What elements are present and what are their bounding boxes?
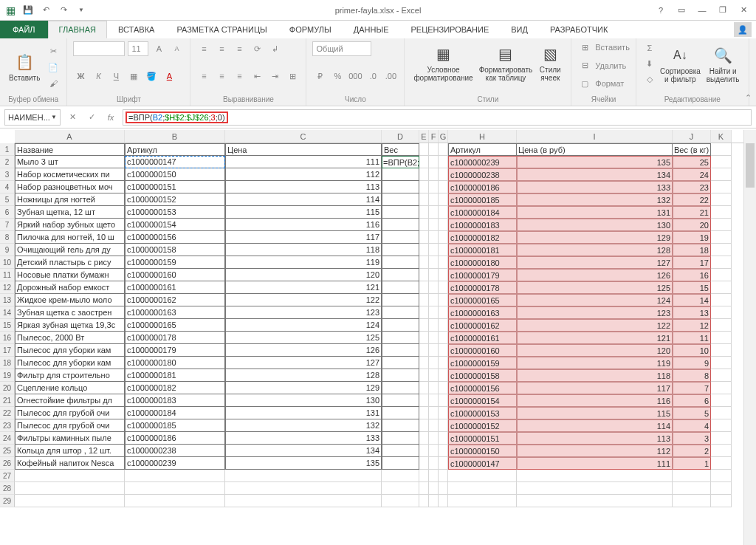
- cell[interactable]: [382, 206, 419, 219]
- cell[interactable]: [711, 156, 732, 168]
- cell[interactable]: c1000000239: [448, 156, 517, 168]
- currency-icon[interactable]: ₽: [312, 69, 327, 83]
- cell[interactable]: [439, 206, 448, 219]
- cell[interactable]: c1000000185: [448, 193, 517, 206]
- fill-icon[interactable]: ⬇: [642, 56, 657, 71]
- cell[interactable]: c1000000159: [448, 357, 517, 369]
- col-header[interactable]: J: [673, 130, 711, 143]
- cell[interactable]: [419, 369, 429, 382]
- cell[interactable]: [439, 394, 448, 407]
- indent-decrease-icon[interactable]: ⇤: [250, 69, 264, 83]
- cell[interactable]: 10: [673, 344, 711, 357]
- undo-icon[interactable]: ↶: [38, 2, 54, 18]
- row-header[interactable]: 27: [0, 470, 15, 482]
- redo-icon[interactable]: ↷: [55, 2, 72, 18]
- cell[interactable]: 126: [225, 344, 382, 357]
- cell[interactable]: Кофейный напиток Nesca: [15, 457, 125, 470]
- cell[interactable]: c1000000181: [125, 369, 225, 382]
- row-header[interactable]: 22: [0, 407, 15, 419]
- cell[interactable]: c1000000147: [448, 457, 517, 470]
- cell[interactable]: [439, 407, 448, 419]
- cell[interactable]: [711, 332, 732, 344]
- cell[interactable]: 132: [225, 419, 382, 432]
- cell[interactable]: 119: [517, 357, 673, 369]
- cell[interactable]: Фильтр для строительно: [15, 369, 125, 382]
- cell[interactable]: 20: [673, 219, 711, 231]
- row-header[interactable]: 26: [0, 457, 15, 470]
- cell[interactable]: 12: [673, 319, 711, 332]
- cell[interactable]: [15, 482, 125, 495]
- cell[interactable]: [225, 470, 382, 482]
- tab-data[interactable]: ДАННЫЕ: [343, 21, 400, 38]
- cell[interactable]: [439, 357, 448, 369]
- cell[interactable]: c1000000180: [448, 256, 517, 269]
- cell[interactable]: c1000000153: [125, 206, 225, 219]
- cell[interactable]: [419, 457, 429, 470]
- cell[interactable]: [711, 445, 732, 457]
- cell[interactable]: [382, 482, 419, 495]
- cell[interactable]: Пылесос, 2000 Вт: [15, 332, 125, 344]
- cell[interactable]: [673, 470, 711, 482]
- cell[interactable]: Артикул: [125, 143, 225, 156]
- minimize-icon[interactable]: —: [693, 3, 712, 18]
- cell[interactable]: [711, 419, 732, 432]
- autosum-icon[interactable]: Σ: [642, 41, 657, 55]
- cell[interactable]: 132: [517, 193, 673, 206]
- tab-pagelayout[interactable]: РАЗМЕТКА СТРАНИЦЫ: [165, 21, 278, 38]
- cell[interactable]: [429, 394, 439, 407]
- format-cells-icon[interactable]: ▢: [577, 76, 592, 91]
- cell[interactable]: 21: [673, 206, 711, 219]
- vertical-scrollbar[interactable]: [743, 130, 756, 545]
- cancel-formula-icon[interactable]: ✕: [65, 110, 80, 125]
- cell[interactable]: [382, 181, 419, 193]
- cell[interactable]: 128: [517, 244, 673, 256]
- cell[interactable]: [429, 181, 439, 193]
- cell[interactable]: 116: [225, 219, 382, 231]
- row-header[interactable]: 23: [0, 419, 15, 432]
- cell[interactable]: [419, 407, 429, 419]
- cell-styles-button[interactable]: ▧Стили ячеек: [535, 41, 565, 83]
- cell[interactable]: [125, 495, 225, 507]
- spreadsheet-grid[interactable]: ABCDEFGHIJK 1НазваниеАртикулЦенаВесАртик…: [0, 130, 756, 545]
- cell[interactable]: 135: [225, 457, 382, 470]
- cell[interactable]: 11: [673, 332, 711, 344]
- cell[interactable]: c1000000160: [448, 344, 517, 357]
- cell[interactable]: [439, 168, 448, 181]
- cell[interactable]: 2: [673, 445, 711, 457]
- cell[interactable]: c1000000184: [125, 407, 225, 419]
- cell[interactable]: [429, 495, 439, 507]
- cell[interactable]: [419, 344, 429, 357]
- cell[interactable]: c1000000165: [125, 319, 225, 332]
- cell[interactable]: c1000000163: [448, 306, 517, 319]
- cell[interactable]: c1000000179: [125, 344, 225, 357]
- row-header[interactable]: 14: [0, 306, 15, 319]
- cell[interactable]: [711, 457, 732, 470]
- cell[interactable]: 134: [517, 168, 673, 181]
- cell[interactable]: [439, 281, 448, 294]
- cell[interactable]: c1000000150: [448, 445, 517, 457]
- cell[interactable]: c1000000165: [448, 294, 517, 306]
- cell[interactable]: [382, 332, 419, 344]
- cell[interactable]: c1000000182: [125, 382, 225, 394]
- cell[interactable]: [429, 219, 439, 231]
- cell[interactable]: c1000000239: [125, 457, 225, 470]
- cell[interactable]: [419, 256, 429, 269]
- cell[interactable]: c1000000180: [125, 357, 225, 369]
- col-header[interactable]: E: [419, 130, 429, 143]
- row-header[interactable]: 6: [0, 206, 15, 219]
- cell[interactable]: Зубная щетка с заострен: [15, 306, 125, 319]
- cell[interactable]: [419, 156, 429, 168]
- cell[interactable]: [439, 445, 448, 457]
- row-header[interactable]: 2: [0, 156, 15, 168]
- cell[interactable]: 112: [225, 168, 382, 181]
- cell[interactable]: [382, 432, 419, 445]
- cell[interactable]: 129: [225, 382, 382, 394]
- cell[interactable]: [429, 231, 439, 244]
- cell[interactable]: c1000000162: [125, 294, 225, 306]
- cell[interactable]: 16: [673, 269, 711, 281]
- cell[interactable]: 135: [517, 156, 673, 168]
- ribbon-options-icon[interactable]: ▭: [672, 3, 691, 18]
- cell[interactable]: Сцепление кольцо: [15, 382, 125, 394]
- cell[interactable]: c1000000160: [125, 269, 225, 281]
- cell[interactable]: c1000000152: [448, 419, 517, 432]
